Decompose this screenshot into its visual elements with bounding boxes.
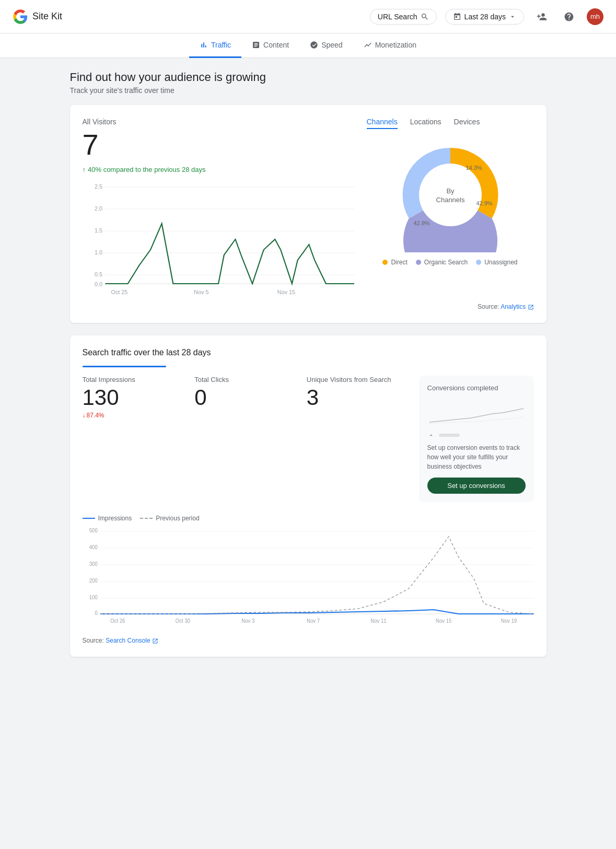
donut-chart-svg: By Channels 14.3% 42.9% 42.9% bbox=[393, 137, 508, 252]
svg-text:100: 100 bbox=[89, 595, 98, 600]
all-visitors-title: All Visitors bbox=[83, 118, 354, 126]
person-add-icon bbox=[537, 11, 547, 22]
content-icon bbox=[252, 41, 260, 49]
url-search-button[interactable]: URL Search bbox=[370, 9, 437, 25]
direct-dot bbox=[382, 260, 388, 265]
avatar[interactable]: mh bbox=[587, 8, 603, 25]
svg-text:0.5: 0.5 bbox=[94, 272, 102, 277]
search-traffic-title: Search traffic over the last 28 days bbox=[83, 348, 534, 357]
donut-legend: Direct Organic Search Unassigned bbox=[382, 259, 517, 266]
setup-conversions-button[interactable]: Set up conversions bbox=[427, 478, 526, 494]
conversions-description: Set up conversion events to track how we… bbox=[427, 443, 526, 471]
header: Site Kit URL Search Last 28 days mh bbox=[0, 0, 616, 33]
search-console-external-icon bbox=[152, 638, 158, 644]
site-kit-logo: Site Kit bbox=[13, 9, 62, 25]
search-chart-svg: 500 400 300 200 100 0 Oct 26 Oct 30 bbox=[83, 526, 534, 631]
tab-content[interactable]: Content bbox=[241, 33, 299, 58]
visitors-left: All Visitors 7 ↑ 40% compared to the pre… bbox=[83, 118, 354, 297]
svg-text:Nov 11: Nov 11 bbox=[370, 618, 386, 624]
visitor-change: ↑ 40% compared to the previous 28 days bbox=[83, 166, 354, 173]
date-range-label: Last 28 days bbox=[464, 13, 506, 21]
monetization-icon bbox=[364, 41, 372, 49]
chart-legend-row: Impressions Previous period bbox=[83, 515, 534, 522]
date-range-button[interactable]: Last 28 days bbox=[445, 9, 524, 25]
impressions-change: ↓ 87.4% bbox=[83, 412, 182, 419]
tab-content-label: Content bbox=[263, 41, 289, 49]
search-console-link[interactable]: Search Console bbox=[106, 637, 150, 644]
svg-point-15 bbox=[419, 164, 482, 226]
direct-label: Direct bbox=[391, 259, 407, 266]
arrow-down-icon: ↓ bbox=[83, 412, 86, 419]
conversions-card: Conversions completed Set up conversion … bbox=[419, 376, 534, 502]
svg-text:Channels: Channels bbox=[436, 196, 464, 204]
dashed-line-indicator bbox=[140, 518, 153, 519]
impressions-legend-label: Impressions bbox=[98, 515, 132, 522]
tab-traffic-label: Traffic bbox=[211, 41, 231, 49]
impressions-value: 130 bbox=[83, 386, 182, 410]
tab-speed[interactable]: Speed bbox=[299, 33, 353, 58]
search-traffic-chart: 500 400 300 200 100 0 Oct 26 Oct 30 bbox=[83, 526, 534, 631]
speed-icon bbox=[310, 41, 318, 49]
svg-text:300: 300 bbox=[89, 561, 98, 567]
help-button[interactable] bbox=[560, 7, 578, 26]
svg-text:1.0: 1.0 bbox=[94, 250, 102, 255]
visitor-change-text: 40% compared to the previous 28 days bbox=[88, 166, 205, 173]
tab-channels[interactable]: Channels bbox=[367, 118, 398, 129]
impressions-label: Total Impressions bbox=[83, 376, 182, 383]
previous-period-legend: Previous period bbox=[140, 515, 199, 522]
impressions-change-text: 87.4% bbox=[87, 412, 104, 419]
unassigned-dot bbox=[476, 260, 481, 265]
svg-text:0.0: 0.0 bbox=[94, 282, 102, 287]
visitors-line-chart: 2.5 2.0 1.5 1.0 0.5 0.0 Oct 25 Nov 5 Nov… bbox=[83, 182, 354, 297]
svg-text:Oct 30: Oct 30 bbox=[175, 618, 190, 624]
conversions-bar bbox=[439, 434, 460, 437]
external-link-icon bbox=[528, 304, 534, 310]
tab-monetization[interactable]: Monetization bbox=[353, 33, 427, 58]
visitor-count: 7 bbox=[83, 130, 354, 159]
search-traffic-card: Search traffic over the last 28 days Tot… bbox=[70, 335, 547, 657]
tab-traffic[interactable]: Traffic bbox=[189, 33, 241, 58]
source-label: Source: bbox=[478, 303, 501, 310]
all-visitors-card: All Visitors 7 ↑ 40% compared to the pre… bbox=[70, 105, 547, 323]
svg-text:0: 0 bbox=[95, 610, 98, 616]
svg-text:Nov 15: Nov 15 bbox=[277, 289, 295, 295]
svg-text:400: 400 bbox=[89, 544, 98, 550]
svg-text:2.5: 2.5 bbox=[94, 184, 102, 190]
arrow-up-icon: ↑ bbox=[83, 166, 86, 173]
legend-unassigned: Unassigned bbox=[476, 259, 517, 266]
unique-visitors-block: Unique Visitors from Search 3 bbox=[307, 376, 406, 410]
svg-text:14.3%: 14.3% bbox=[466, 165, 482, 171]
search-source-label: Source: bbox=[83, 637, 106, 644]
tab-devices[interactable]: Devices bbox=[454, 118, 480, 129]
calendar-icon bbox=[453, 13, 461, 21]
svg-text:Nov 3: Nov 3 bbox=[241, 618, 255, 624]
analytics-source: Source: Analytics bbox=[83, 303, 534, 310]
clicks-label: Total Clicks bbox=[194, 376, 294, 383]
tab-monetization-label: Monetization bbox=[375, 41, 416, 49]
unique-visitors-value: 3 bbox=[307, 386, 406, 410]
solid-line-indicator bbox=[83, 518, 95, 519]
bar-chart-icon bbox=[200, 41, 208, 49]
help-icon bbox=[564, 11, 574, 22]
organic-dot bbox=[416, 260, 421, 265]
search-console-source: Source: Search Console bbox=[83, 637, 534, 644]
analytics-link[interactable]: Analytics bbox=[501, 303, 526, 310]
conversions-title: Conversions completed bbox=[427, 384, 526, 392]
svg-text:2.0: 2.0 bbox=[94, 206, 102, 212]
add-user-button[interactable] bbox=[532, 7, 551, 26]
unique-visitors-label: Unique Visitors from Search bbox=[307, 376, 406, 383]
svg-text:42.9%: 42.9% bbox=[476, 200, 492, 206]
metrics-row: Total Impressions 130 ↓ 87.4% Total Clic… bbox=[83, 376, 534, 502]
svg-text:1.5: 1.5 bbox=[94, 228, 102, 234]
chevron-down-icon bbox=[509, 13, 516, 20]
arrow-up-small-icon bbox=[427, 432, 435, 439]
tab-locations[interactable]: Locations bbox=[410, 118, 441, 129]
line-chart-svg: 2.5 2.0 1.5 1.0 0.5 0.0 Oct 25 Nov 5 Nov… bbox=[83, 182, 354, 297]
svg-text:Nov 19: Nov 19 bbox=[501, 618, 516, 624]
clicks-value: 0 bbox=[194, 386, 294, 410]
audience-title: Find out how your audience is growing bbox=[70, 71, 547, 84]
conversions-mini-chart bbox=[427, 396, 526, 427]
svg-text:Oct 25: Oct 25 bbox=[111, 289, 127, 295]
main-content: Find out how your audience is growing Tr… bbox=[57, 58, 559, 682]
tab-navigation: Traffic Content Speed Monetization bbox=[0, 33, 616, 58]
